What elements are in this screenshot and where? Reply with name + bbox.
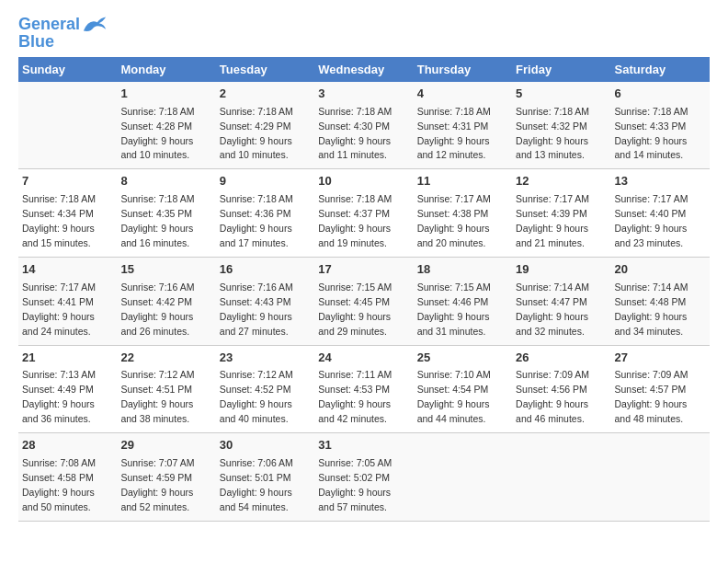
cell-info-line: Sunset: 4:51 PM: [120, 384, 192, 395]
day-number: 23: [220, 350, 311, 367]
day-number: 19: [516, 261, 607, 279]
cell-info-line: Sunset: 4:49 PM: [22, 384, 94, 395]
cell-info-line: and 21 minutes.: [516, 237, 585, 248]
cell-info-line: and 44 minutes.: [417, 413, 486, 424]
cell-info-line: and 40 minutes.: [220, 413, 289, 424]
cell-info-line: and 31 minutes.: [417, 326, 486, 337]
cell-info-line: Sunset: 5:02 PM: [318, 472, 390, 483]
day-number: 30: [220, 437, 311, 454]
calendar-cell: [611, 433, 710, 522]
day-number: 6: [615, 86, 706, 103]
calendar-cell: 17Sunrise: 7:15 AMSunset: 4:45 PMDayligh…: [314, 257, 413, 345]
logo-text: General: [18, 16, 80, 34]
calendar-cell: 28Sunrise: 7:08 AMSunset: 4:58 PMDayligh…: [18, 433, 117, 522]
cell-info-line: Daylight: 9 hours: [516, 223, 588, 234]
cell-info-line: Daylight: 9 hours: [120, 135, 193, 146]
day-number: 17: [318, 261, 409, 279]
calendar-cell: 18Sunrise: 7:15 AMSunset: 4:46 PMDayligh…: [414, 257, 512, 345]
cell-info-line: Sunset: 4:35 PM: [120, 208, 192, 219]
cell-info-line: and 54 minutes.: [220, 501, 289, 512]
weekday-header-friday: Friday: [512, 57, 610, 82]
calendar-cell: 30Sunrise: 7:06 AMSunset: 5:01 PMDayligh…: [216, 433, 314, 522]
calendar-cell: 19Sunrise: 7:14 AMSunset: 4:47 PMDayligh…: [512, 257, 610, 345]
cell-info-line: and 29 minutes.: [318, 326, 387, 337]
day-number: 24: [318, 350, 409, 367]
cell-info-line: and 38 minutes.: [120, 413, 189, 424]
weekday-header-saturday: Saturday: [611, 57, 710, 82]
cell-info-line: Daylight: 9 hours: [22, 311, 95, 322]
cell-info-line: and 19 minutes.: [318, 237, 387, 248]
weekday-header-wednesday: Wednesday: [314, 57, 413, 82]
calendar-week-row: 14Sunrise: 7:17 AMSunset: 4:41 PMDayligh…: [18, 257, 710, 345]
day-number: 11: [417, 173, 508, 190]
calendar-cell: 20Sunrise: 7:14 AMSunset: 4:48 PMDayligh…: [611, 257, 710, 345]
calendar-cell: 22Sunrise: 7:12 AMSunset: 4:51 PMDayligh…: [117, 345, 215, 433]
cell-info-line: Daylight: 9 hours: [417, 398, 490, 409]
cell-info-line: and 17 minutes.: [220, 237, 289, 248]
calendar-cell: [414, 433, 512, 522]
cell-info-line: Daylight: 9 hours: [120, 487, 193, 498]
cell-info-line: and 15 minutes.: [22, 237, 91, 248]
day-number: 5: [516, 86, 607, 103]
cell-info-line: Sunset: 4:47 PM: [516, 296, 587, 307]
cell-info-line: Daylight: 9 hours: [318, 398, 391, 409]
day-number: 29: [120, 437, 211, 454]
logo-blue-text: Blue: [18, 33, 108, 52]
calendar-cell: 23Sunrise: 7:12 AMSunset: 4:52 PMDayligh…: [216, 345, 314, 433]
cell-info-line: Sunrise: 7:18 AM: [120, 193, 194, 204]
cell-info-line: Daylight: 9 hours: [220, 398, 292, 409]
cell-info-line: Sunrise: 7:11 AM: [318, 369, 392, 380]
calendar-cell: 4Sunrise: 7:18 AMSunset: 4:31 PMDaylight…: [414, 82, 512, 169]
calendar-cell: 8Sunrise: 7:18 AMSunset: 4:35 PMDaylight…: [117, 169, 215, 258]
calendar-cell: 1Sunrise: 7:18 AMSunset: 4:28 PMDaylight…: [117, 82, 215, 169]
cell-info-line: and 16 minutes.: [120, 237, 189, 248]
calendar-cell: 27Sunrise: 7:09 AMSunset: 4:57 PMDayligh…: [611, 345, 710, 433]
day-number: 12: [516, 173, 607, 190]
cell-info-line: Daylight: 9 hours: [615, 311, 688, 322]
cell-info-line: Sunrise: 7:17 AM: [22, 282, 96, 293]
cell-info-line: Daylight: 9 hours: [516, 398, 588, 409]
cell-info-line: Daylight: 9 hours: [318, 487, 391, 498]
cell-info-line: Sunset: 4:43 PM: [220, 296, 291, 307]
day-number: 9: [220, 173, 311, 190]
day-number: 22: [120, 350, 211, 367]
day-number: 4: [417, 86, 508, 103]
cell-info-line: Daylight: 9 hours: [318, 135, 391, 146]
cell-info-line: Sunrise: 7:07 AM: [120, 457, 194, 468]
cell-info-line: Sunset: 4:29 PM: [220, 121, 291, 132]
calendar-cell: 14Sunrise: 7:17 AMSunset: 4:41 PMDayligh…: [18, 257, 117, 345]
cell-info-line: Sunrise: 7:17 AM: [516, 193, 589, 204]
calendar-week-row: 28Sunrise: 7:08 AMSunset: 4:58 PMDayligh…: [18, 433, 710, 522]
cell-info-line: Sunrise: 7:18 AM: [318, 193, 392, 204]
calendar-cell: 6Sunrise: 7:18 AMSunset: 4:33 PMDaylight…: [611, 82, 710, 169]
cell-info-line: Daylight: 9 hours: [417, 311, 490, 322]
cell-info-line: Sunset: 4:57 PM: [615, 384, 687, 395]
cell-info-line: Daylight: 9 hours: [417, 135, 490, 146]
cell-info-line: Sunrise: 7:09 AM: [516, 369, 589, 380]
cell-info-line: and 52 minutes.: [120, 501, 189, 512]
cell-info-line: Daylight: 9 hours: [417, 223, 490, 234]
day-number: 28: [22, 437, 113, 454]
cell-info-line: Sunset: 4:58 PM: [22, 472, 94, 483]
cell-info-line: Sunrise: 7:15 AM: [417, 282, 491, 293]
cell-info-line: Daylight: 9 hours: [220, 487, 292, 498]
calendar-header-row: SundayMondayTuesdayWednesdayThursdayFrid…: [18, 57, 710, 82]
calendar-cell: 26Sunrise: 7:09 AMSunset: 4:56 PMDayligh…: [512, 345, 610, 433]
calendar-cell: 12Sunrise: 7:17 AMSunset: 4:39 PMDayligh…: [512, 169, 610, 258]
cell-info-line: and 20 minutes.: [417, 237, 486, 248]
cell-info-line: Sunset: 4:34 PM: [22, 208, 94, 219]
calendar-cell: 15Sunrise: 7:16 AMSunset: 4:42 PMDayligh…: [117, 257, 215, 345]
logo-bird-icon: [82, 15, 108, 35]
day-number: 21: [22, 350, 113, 367]
weekday-header-monday: Monday: [117, 57, 215, 82]
cell-info-line: Daylight: 9 hours: [22, 398, 95, 409]
cell-info-line: and 27 minutes.: [220, 326, 289, 337]
cell-info-line: Daylight: 9 hours: [220, 135, 292, 146]
calendar-cell: 5Sunrise: 7:18 AMSunset: 4:32 PMDaylight…: [512, 82, 610, 169]
cell-info-line: and 32 minutes.: [516, 326, 585, 337]
cell-info-line: Sunset: 4:59 PM: [120, 472, 192, 483]
calendar-cell: 13Sunrise: 7:17 AMSunset: 4:40 PMDayligh…: [611, 169, 710, 258]
weekday-header-tuesday: Tuesday: [216, 57, 314, 82]
cell-info-line: Sunrise: 7:15 AM: [318, 282, 392, 293]
calendar-week-row: 7Sunrise: 7:18 AMSunset: 4:34 PMDaylight…: [18, 169, 710, 258]
